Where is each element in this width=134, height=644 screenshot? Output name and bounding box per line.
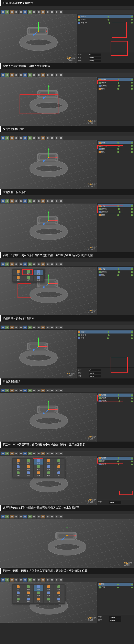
toolbar-button-12[interactable] [54,262,59,266]
toolbar-button-6[interactable] [28,262,32,266]
toolbar-button-12[interactable] [54,73,59,77]
prop-input[interactable] [109,616,121,618]
toolbar-button-4[interactable] [19,389,23,392]
toolbar-button-12[interactable] [54,10,59,14]
toolbar-button-5[interactable] [23,389,27,392]
toolbar-button-11[interactable] [50,10,54,14]
visibility-dot[interactable] [118,145,120,147]
toolbar-button-13[interactable] [59,515,63,518]
toolbar-button-6[interactable] [28,10,32,14]
menu-item-圆环[interactable]: 圆环 [24,270,33,275]
visibility-dot[interactable] [117,142,119,144]
prop-input[interactable] [89,372,101,374]
toolbar-button-8[interactable] [37,578,41,582]
viewport[interactable]: C4D自学.COM [0,14,77,63]
tree-item[interactable]: 路径 [98,214,133,216]
toolbar-button-6[interactable] [28,326,32,329]
toolbar-button-8[interactable] [37,200,41,203]
toolbar-button-8[interactable] [37,389,41,392]
toolbar-button-5[interactable] [23,326,27,329]
toolbar-button-2[interactable] [10,262,14,266]
toolbar-button-8[interactable] [37,73,41,77]
toolbar-button-12[interactable] [54,452,59,456]
tree-item[interactable]: 扫描5 [98,78,133,81]
prop-input[interactable] [89,54,101,56]
toolbar-button-9[interactable] [41,389,45,392]
toolbar-button-10[interactable] [46,10,50,14]
tree-item[interactable]: 矩形框 [98,144,133,147]
menu-item-管道[interactable]: 管道 [13,597,23,603]
toolbar-button-3[interactable] [14,262,18,266]
toolbar-button-9[interactable] [41,262,45,266]
toolbar-button-0[interactable] [1,578,5,582]
toolbar-button-1[interactable] [5,136,9,140]
menu-item-宝石[interactable]: 宝石 [34,597,44,603]
menu-item-圆环[interactable]: 圆环 [24,459,33,464]
toolbar-button-12[interactable] [54,136,59,140]
prop-input[interactable] [89,56,101,59]
toolbar-button-7[interactable] [32,262,36,266]
tree-item[interactable]: 扫描7 [98,456,133,460]
visibility-dot[interactable] [107,337,109,339]
render-dot[interactable] [131,22,133,24]
visibility-dot[interactable] [117,584,119,585]
toolbar-button-5[interactable] [23,262,27,266]
render-dot[interactable] [131,464,133,465]
menu-item-圆锥[interactable]: 圆锥 [24,585,33,591]
toolbar-button-7[interactable] [32,389,36,392]
toolbar-button-11[interactable] [50,452,54,456]
tree-item[interactable]: 矩形框 [78,334,133,336]
toolbar-button-9[interactable] [41,578,45,582]
toolbar-button-5[interactable] [23,73,27,77]
menu-item-圆盘[interactable]: 圆盘 [44,585,54,591]
menu-item-N边[interactable]: N边 [54,471,64,477]
toolbar-button-6[interactable] [28,515,32,518]
prop-input[interactable] [109,501,121,504]
toolbar-button-6[interactable] [28,452,32,456]
toolbar-button-0[interactable] [1,326,5,329]
toolbar-button-6[interactable] [28,578,32,582]
toolbar-button-7[interactable] [32,326,36,329]
toolbar-button-11[interactable] [50,326,54,329]
prop-input[interactable] [89,369,101,371]
toolbar-button-2[interactable] [10,200,14,203]
menu-item-文本[interactable]: 文本 [24,465,33,471]
visibility-dot[interactable] [118,271,120,273]
prop-input[interactable] [89,375,101,378]
render-dot[interactable] [131,211,133,213]
toolbar-button-8[interactable] [37,452,41,456]
visibility-dot[interactable] [117,88,119,90]
toolbar-button-2[interactable] [10,136,14,140]
viewport[interactable]: C4D自学.COM [0,204,97,252]
menu-item-摆线[interactable]: 摆线 [34,471,44,477]
toolbar-button-8[interactable] [37,262,41,266]
toolbar-button-1[interactable] [5,578,9,582]
menu-item-样条[interactable]: 样条 [13,270,23,275]
toolbar-button-10[interactable] [46,326,50,329]
menu-item-胶囊[interactable]: 胶囊 [44,591,54,597]
toolbar-button-1[interactable] [5,73,9,77]
render-dot[interactable] [131,19,133,20]
visibility-dot[interactable] [117,274,119,276]
tree-item[interactable]: 矩形框 [98,270,133,274]
visibility-dot[interactable] [108,331,109,333]
render-dot[interactable] [131,398,133,399]
toolbar-button-4[interactable] [19,200,23,203]
toolbar-button-1[interactable] [5,515,9,518]
toolbar-button-8[interactable] [37,326,41,329]
tree-item[interactable]: 样条 [98,87,133,90]
visibility-dot[interactable] [118,394,119,396]
visibility-dot[interactable] [108,16,109,18]
toolbar-button-11[interactable] [50,389,54,392]
toolbar-button-3[interactable] [14,452,18,456]
visibility-dot[interactable] [117,214,119,216]
toolbar-button-8[interactable] [37,515,41,518]
visibility-dot[interactable] [118,458,119,459]
tree-item[interactable]: 路径7 [98,396,133,400]
render-dot[interactable] [131,271,133,273]
toolbar-button-7[interactable] [32,10,36,14]
toolbar-button-10[interactable] [46,389,50,392]
tree-item[interactable]: 圆环 [98,460,133,463]
toolbar-button-12[interactable] [54,389,59,392]
toolbar-button-3[interactable] [14,200,18,203]
